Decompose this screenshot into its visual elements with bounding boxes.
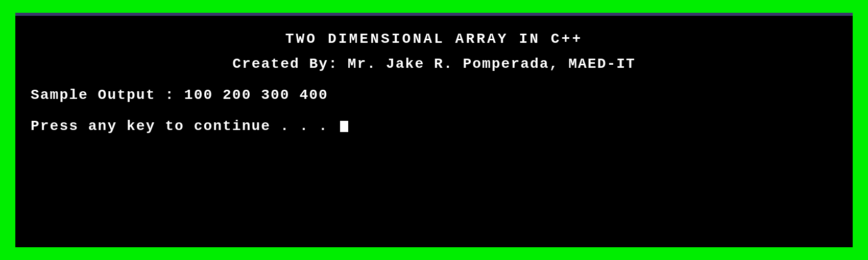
cursor-icon (340, 121, 348, 132)
author-line: Created By: Mr. Jake R. Pomperada, MAED-… (31, 56, 837, 72)
terminal-window: TWO DIMENSIONAL ARRAY IN C++ Created By:… (15, 13, 853, 247)
terminal-content: TWO DIMENSIONAL ARRAY IN C++ Created By:… (31, 26, 837, 134)
title-line: TWO DIMENSIONAL ARRAY IN C++ (31, 31, 837, 47)
press-line: Press any key to continue . . . (31, 118, 837, 134)
output-line: Sample Output : 100 200 300 400 (31, 87, 837, 103)
